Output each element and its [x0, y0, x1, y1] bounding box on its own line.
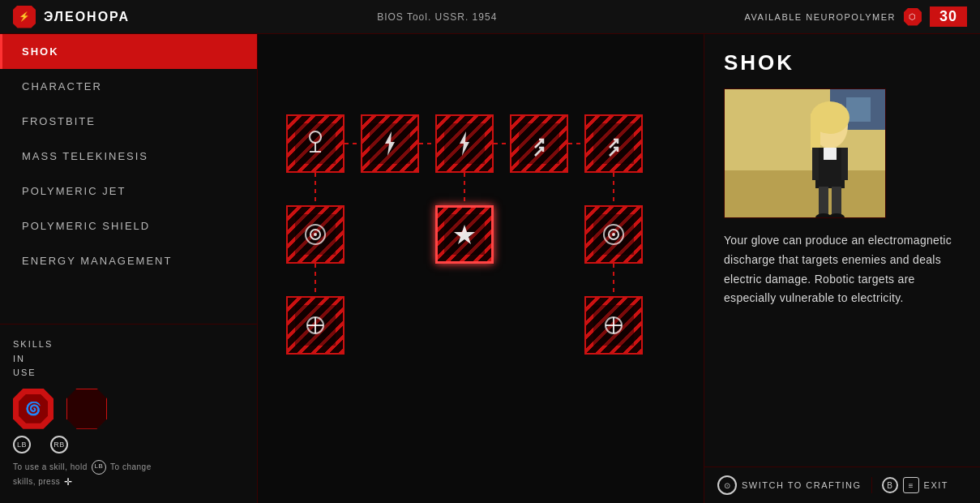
skill-hex-inner: 🌀: [19, 394, 48, 423]
switch-crafting-label: SWITCH TO CRAFTING: [742, 480, 862, 490]
node-icon-svg-n3: [448, 127, 481, 160]
hint-cross-icon: ✛: [64, 475, 73, 490]
node-icon-svg-n6: [299, 218, 332, 251]
right-panel-content: SHOK: [704, 34, 980, 466]
skill-node-inner-n2: [370, 123, 410, 164]
node-icon-svg-n9: [299, 309, 332, 342]
skill-node-inner-n6: [295, 214, 336, 255]
character-svg: [725, 89, 886, 218]
sidebar-bottom: SKILLSINUSE 🌀 LB RB: [0, 324, 257, 503]
svg-rect-33: [841, 148, 848, 180]
skill-node-n6[interactable]: [286, 205, 344, 264]
exit-label: EXIT: [924, 480, 948, 490]
switch-crafting-icon: ⊙: [717, 475, 737, 495]
node-icon-svg-n8: [597, 218, 630, 251]
sidebar-item-frostbite[interactable]: FROSTBITE: [0, 104, 257, 139]
svg-point-9: [310, 131, 321, 143]
skill-node-inner-n7: [444, 214, 485, 255]
neuropolymer-count: 30: [930, 6, 967, 27]
node-icon-svg-n2: [374, 127, 406, 160]
top-bar-left: ⚡ ЭЛЕОНОРА: [13, 6, 130, 28]
rb-btn: RB: [50, 436, 68, 454]
switch-to-crafting-button[interactable]: ⊙ SWITCH TO CRAFTING: [717, 475, 862, 495]
skill-node-inner-n5: [593, 123, 634, 164]
lb-badge: LB: [13, 436, 31, 454]
sidebar-item-energy-management[interactable]: ENERGY MANAGEMENT: [0, 243, 257, 278]
skill-slot-2[interactable]: [66, 389, 107, 429]
svg-rect-27: [846, 97, 871, 122]
sidebar: SHOKCHARACTERFROSTBITEMASS TELEKINESISPO…: [0, 34, 258, 503]
skill-node-n10[interactable]: [584, 296, 643, 355]
svg-rect-34: [824, 148, 837, 160]
exit-menu-icon: ≡: [903, 477, 919, 493]
skills-in-use-label: SKILLSINUSE: [13, 337, 244, 380]
skill-node-n9[interactable]: [286, 296, 344, 355]
skill-node-inner-n8: [593, 214, 634, 255]
skill-node-inner-n9: [295, 305, 336, 346]
skill-grid: [286, 114, 675, 423]
skill-node-n5[interactable]: [584, 114, 643, 173]
skill-node-inner-n1: [295, 123, 336, 164]
skill-node-n2[interactable]: [361, 114, 419, 173]
skill-icon: 🌀: [25, 401, 41, 416]
svg-rect-25: [725, 170, 886, 218]
right-panel: SHOK: [704, 34, 980, 503]
svg-rect-32: [812, 148, 819, 180]
neuropolymer-icon: ⬡: [904, 8, 922, 26]
neuropolymer-label: AVAILABLE NEUROPOLYMER: [745, 12, 896, 22]
svg-point-17: [612, 233, 615, 236]
skill-node-n7[interactable]: [435, 205, 494, 264]
main-layout: SHOKCHARACTERFROSTBITEMASS TELEKINESISPO…: [0, 34, 980, 503]
node-icon-svg-n1: [299, 127, 332, 160]
skill-node-n8[interactable]: [584, 205, 643, 264]
svg-rect-30: [811, 114, 820, 150]
skill-node-n1[interactable]: [286, 114, 344, 173]
rb-badge: RB: [50, 436, 68, 454]
sidebar-item-mass-telekinesis[interactable]: MASS TELEKINESIS: [0, 139, 257, 174]
hint-lb-icon: LB: [92, 460, 106, 475]
right-panel-footer: ⊙ SWITCH TO CRAFTING B ≡ EXIT: [704, 466, 980, 503]
sidebar-item-polymeric-jet[interactable]: POLYMERIC JET: [0, 174, 257, 209]
hint-text: To use a skill, hold LB To change skills…: [13, 460, 244, 490]
b-button-icon: B: [882, 477, 898, 493]
character-name: ЭЛЕОНОРА: [44, 10, 130, 24]
skill-tree-canvas: [258, 34, 704, 503]
top-bar-right: AVAILABLE NEUROPOLYMER ⬡ 30: [745, 6, 967, 27]
logo-icon: ⚡: [13, 6, 36, 28]
node-icon-svg-n4: [523, 127, 555, 160]
node-icon-svg-n10: [597, 309, 630, 342]
skill-node-inner-n4: [519, 123, 559, 164]
skill-detail-title: SHOK: [724, 50, 961, 75]
skill-node-n3[interactable]: [435, 114, 494, 173]
top-bar: ⚡ ЭЛЕОНОРА BIOS Tool. USSR. 1954 AVAILAB…: [0, 0, 980, 34]
lb-rb-wrapper: [66, 389, 107, 429]
sidebar-menu: SHOKCHARACTERFROSTBITEMASS TELEKINESISPO…: [0, 34, 257, 324]
skill-node-inner-n10: [593, 305, 634, 346]
skills-icons-row: 🌀: [13, 389, 244, 429]
skill-description: Your glove can produce an electromagneti…: [724, 231, 961, 308]
sidebar-item-polymeric-shield[interactable]: POLYMERIC SHIELD: [0, 209, 257, 243]
node-icon-svg-n5: [597, 127, 630, 160]
sidebar-item-shok[interactable]: SHOK: [0, 34, 257, 69]
footer-separator: [871, 477, 872, 493]
skill-tree-panel: [258, 34, 704, 503]
lb-btn: LB: [13, 436, 31, 454]
skill-node-inner-n3: [444, 123, 485, 164]
skill-image: [724, 88, 886, 218]
skill-node-n4[interactable]: [510, 114, 568, 173]
lb-rb-icons: LB RB: [13, 436, 244, 454]
node-icon-svg-n7: [448, 218, 481, 251]
sidebar-item-character[interactable]: CHARACTER: [0, 69, 257, 104]
center-title: BIOS Tool. USSR. 1954: [377, 11, 497, 23]
exit-button[interactable]: B ≡ EXIT: [882, 477, 948, 493]
svg-point-14: [314, 233, 317, 236]
skill-slot-1[interactable]: 🌀: [13, 389, 53, 429]
